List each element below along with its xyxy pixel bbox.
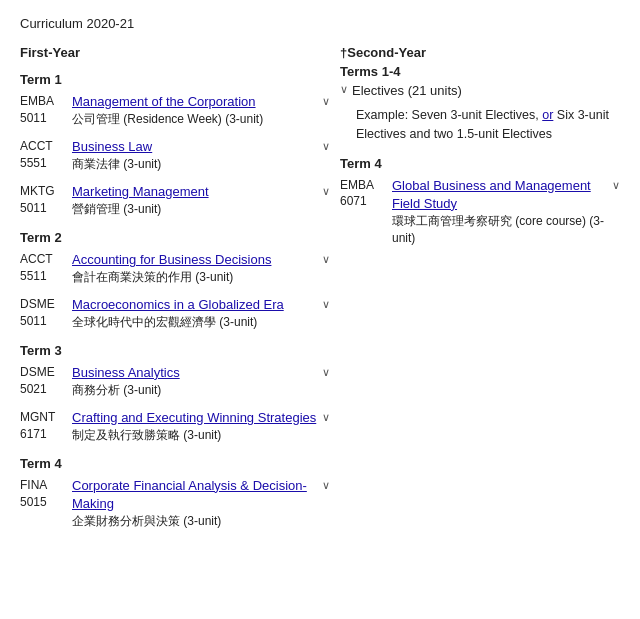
chevron-down-icon: ∨: [340, 83, 348, 96]
course-info: Business Law 商業法律 (3-unit): [72, 138, 330, 173]
course-name-link[interactable]: Business Law: [72, 138, 330, 156]
course-code: MGNT 6171: [20, 409, 72, 443]
course-info: Corporate Financial Analysis & Decision-…: [72, 477, 330, 530]
electives-text: Electives (21 units): [352, 83, 462, 98]
course-info: Management of the Corporation 公司管理 (Resi…: [72, 93, 330, 128]
course-name-link[interactable]: Accounting for Business Decisions: [72, 251, 330, 269]
course-chinese: 環球工商管理考察研究 (core course) (3-unit): [392, 213, 620, 247]
table-row: DSME 5011 Macroeconomics in a Globalized…: [20, 296, 330, 331]
course-info: Macroeconomics in a Globalized Era 全球化時代…: [72, 296, 330, 331]
course-chinese: 會計在商業決策的作用 (3-unit): [72, 269, 330, 286]
course-chinese: 營銷管理 (3-unit): [72, 201, 330, 218]
term2-header: Term 2: [20, 230, 330, 245]
terms14-label: Terms 1-4: [340, 64, 620, 79]
course-code: ACCT 5511: [20, 251, 72, 285]
course-chinese: 企業財務分析與決策 (3-unit): [72, 513, 330, 530]
course-info: Global Business and Management Field Stu…: [392, 177, 620, 247]
course-info: Business Analytics 商務分析 (3-unit): [72, 364, 330, 399]
course-name-link[interactable]: Macroeconomics in a Globalized Era: [72, 296, 330, 314]
table-row: ACCT 5551 Business Law 商業法律 (3-unit) ∨: [20, 138, 330, 173]
table-row: EMBA 5011 Management of the Corporation …: [20, 93, 330, 128]
chevron-down-icon: ∨: [322, 479, 330, 492]
chevron-down-icon: ∨: [322, 140, 330, 153]
course-name-link[interactable]: Global Business and Management Field Stu…: [392, 177, 620, 213]
page-title: Curriculum 2020-21: [20, 16, 620, 31]
chevron-down-icon: ∨: [612, 179, 620, 192]
course-name-link[interactable]: Corporate Financial Analysis & Decision-…: [72, 477, 330, 513]
table-row: DSME 5021 Business Analytics 商務分析 (3-uni…: [20, 364, 330, 399]
second-year-column: †Second-Year Terms 1-4 ∨ Electives (21 u…: [330, 45, 620, 540]
first-year-column: First-Year Term 1 EMBA 5011 Management o…: [20, 45, 330, 540]
first-year-header: First-Year: [20, 45, 330, 60]
course-code: FINA 5015: [20, 477, 72, 511]
term4-right-header: Term 4: [340, 156, 620, 171]
course-chinese: 商務分析 (3-unit): [72, 382, 330, 399]
table-row: MGNT 6171 Crafting and Executing Winning…: [20, 409, 330, 444]
chevron-down-icon: ∨: [322, 185, 330, 198]
course-code: MKTG 5011: [20, 183, 72, 217]
term4-left-header: Term 4: [20, 456, 330, 471]
course-name-link[interactable]: Marketing Management: [72, 183, 330, 201]
chevron-down-icon: ∨: [322, 298, 330, 311]
second-year-header: †Second-Year: [340, 45, 426, 60]
chevron-down-icon: ∨: [322, 411, 330, 424]
course-code: EMBA 5011: [20, 93, 72, 127]
chevron-down-icon: ∨: [322, 95, 330, 108]
course-code: DSME 5021: [20, 364, 72, 398]
table-row: FINA 5015 Corporate Financial Analysis &…: [20, 477, 330, 530]
chevron-down-icon: ∨: [322, 366, 330, 379]
term3-header: Term 3: [20, 343, 330, 358]
table-row: MKTG 5011 Marketing Management 營銷管理 (3-u…: [20, 183, 330, 218]
table-row: EMBA 6071 Global Business and Management…: [340, 177, 620, 247]
course-info: Crafting and Executing Winning Strategie…: [72, 409, 330, 444]
course-chinese: 公司管理 (Residence Week) (3-unit): [72, 111, 330, 128]
course-info: Marketing Management 營銷管理 (3-unit): [72, 183, 330, 218]
course-name-link[interactable]: Crafting and Executing Winning Strategie…: [72, 409, 330, 427]
course-chinese: 全球化時代中的宏觀經濟學 (3-unit): [72, 314, 330, 331]
course-chinese: 制定及執行致勝策略 (3-unit): [72, 427, 330, 444]
course-chinese: 商業法律 (3-unit): [72, 156, 330, 173]
table-row: ACCT 5511 Accounting for Business Decisi…: [20, 251, 330, 286]
electives-row: ∨ Electives (21 units): [340, 83, 620, 98]
example-block: Example: Seven 3-unit Electives, or Six …: [356, 106, 620, 144]
course-code: DSME 5011: [20, 296, 72, 330]
course-code: EMBA 6071: [340, 177, 392, 211]
course-name-link[interactable]: Management of the Corporation: [72, 93, 330, 111]
example-label: Example:: [356, 108, 412, 122]
course-info: Accounting for Business Decisions 會計在商業決…: [72, 251, 330, 286]
course-name-link[interactable]: Business Analytics: [72, 364, 330, 382]
chevron-down-icon: ∨: [322, 253, 330, 266]
term1-header: Term 1: [20, 72, 330, 87]
course-code: ACCT 5551: [20, 138, 72, 172]
